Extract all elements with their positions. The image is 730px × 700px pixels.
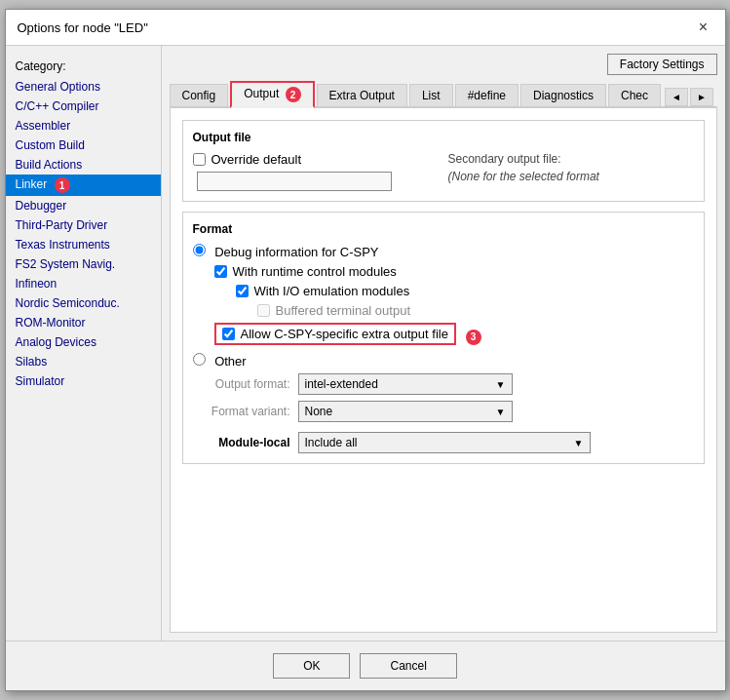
sidebar-item-infineon[interactable]: Infineon xyxy=(6,274,161,293)
extra-output-badge: 3 xyxy=(466,330,481,345)
sidebar-item-simulator[interactable]: Simulator xyxy=(6,371,161,391)
output-format-value: intel-extended xyxy=(305,377,378,391)
buffered-row: Buffered terminal output xyxy=(257,303,694,318)
other-radio-label: Other xyxy=(214,354,247,369)
module-local-dropdown[interactable]: Include all ▼ xyxy=(298,432,591,453)
dialog: Options for node "LED" × Category: Gener… xyxy=(5,9,726,691)
format-variant-value: None xyxy=(305,405,333,418)
tab-chec[interactable]: Chec xyxy=(608,84,661,106)
filename-input[interactable]: LED.d51 xyxy=(197,172,392,191)
sidebar-item-custom-build[interactable]: Custom Build xyxy=(6,136,161,155)
debug-radio[interactable] xyxy=(193,244,206,256)
sidebar-item-third-party[interactable]: Third-Party Driver xyxy=(6,215,161,235)
extra-output-checkbox[interactable] xyxy=(222,328,235,340)
runtime-checkbox[interactable] xyxy=(214,265,227,278)
tabs: Config Output 2 Extra Output List #defin… xyxy=(170,81,717,108)
format-variant-label: Format variant: xyxy=(193,405,290,418)
module-local-arrow: ▼ xyxy=(574,438,584,448)
output-format-row: Output format: intel-extended ▼ xyxy=(193,373,694,395)
dialog-body: Category: General Options C/C++ Compiler… xyxy=(6,46,725,641)
dialog-title: Options for node "LED" xyxy=(18,20,148,35)
override-label: Override default xyxy=(211,152,302,167)
io-row: With I/O emulation modules xyxy=(236,284,694,298)
override-checkbox[interactable] xyxy=(193,153,206,166)
sidebar: Category: General Options C/C++ Compiler… xyxy=(6,46,162,641)
io-checkbox[interactable] xyxy=(236,285,249,297)
tab-next-button[interactable]: ► xyxy=(690,88,713,106)
debug-radio-label: Debug information for C-SPY xyxy=(214,245,378,259)
sidebar-item-rom-monitor[interactable]: ROM-Monitor xyxy=(6,313,161,332)
extra-output-label: Allow C-SPY-specific extra output file xyxy=(241,327,448,341)
format-title: Format xyxy=(193,222,694,236)
output-tab-badge: 2 xyxy=(286,87,301,102)
format-variant-arrow: ▼ xyxy=(496,407,506,417)
module-local-label: Module-local xyxy=(193,436,290,449)
tab-list[interactable]: List xyxy=(409,84,453,106)
format-variant-dropdown[interactable]: None ▼ xyxy=(298,401,513,422)
other-radio[interactable] xyxy=(193,353,206,366)
extra-output-highlight: Allow C-SPY-specific extra output file xyxy=(214,323,456,345)
sidebar-item-assembler[interactable]: Assembler xyxy=(6,116,161,136)
output-file-title: Output file xyxy=(193,131,694,144)
tab-prev-button[interactable]: ◄ xyxy=(665,88,688,106)
sidebar-item-silabs[interactable]: Silabs xyxy=(6,352,161,371)
secondary-title: Secondary output file: xyxy=(448,152,694,166)
sidebar-item-texas[interactable]: Texas Instruments xyxy=(6,235,161,254)
format-section: Format Debug information for C-SPY With … xyxy=(182,212,705,464)
extra-output-container: Allow C-SPY-specific extra output file 3 xyxy=(214,323,694,345)
other-radio-row: Other xyxy=(193,353,694,369)
tab-config[interactable]: Config xyxy=(170,84,229,106)
sidebar-item-fs2[interactable]: FS2 System Navig. xyxy=(6,254,161,274)
buffered-label: Buffered terminal output xyxy=(276,303,411,318)
format-variant-row: Format variant: None ▼ xyxy=(193,401,694,422)
sidebar-item-debugger[interactable]: Debugger xyxy=(6,196,161,215)
io-label: With I/O emulation modules xyxy=(254,284,410,298)
close-button[interactable]: × xyxy=(694,18,713,37)
title-bar: Options for node "LED" × xyxy=(6,10,725,46)
output-file-left: Override default LED.d51 xyxy=(193,152,439,191)
secondary-value: (None for the selected format xyxy=(448,170,694,183)
debug-radio-row: Debug information for C-SPY xyxy=(193,244,694,259)
output-format-label: Output format: xyxy=(193,377,290,391)
tab-output[interactable]: Output 2 xyxy=(230,81,314,108)
factory-settings-button[interactable]: Factory Settings xyxy=(607,54,717,75)
sidebar-item-linker[interactable]: Linker 1 xyxy=(6,175,161,196)
output-format-arrow: ▼ xyxy=(496,379,506,390)
sidebar-item-cpp-compiler[interactable]: C/C++ Compiler xyxy=(6,97,161,116)
output-file-right: Secondary output file: (None for the sel… xyxy=(439,152,694,191)
factory-settings-row: Factory Settings xyxy=(170,54,717,75)
sidebar-item-nordic[interactable]: Nordic Semiconduc. xyxy=(6,293,161,313)
footer: OK Cancel xyxy=(6,641,725,690)
buffered-checkbox[interactable] xyxy=(257,304,270,317)
output-format-dropdown[interactable]: intel-extended ▼ xyxy=(298,373,513,395)
override-row: Override default xyxy=(193,152,439,167)
tab-extra-output[interactable]: Extra Output xyxy=(317,84,407,106)
ok-button[interactable]: OK xyxy=(273,653,350,679)
output-file-section: Output file Override default LED.d51 xyxy=(182,120,705,202)
linker-badge: 1 xyxy=(55,177,70,193)
runtime-row: With runtime control modules xyxy=(214,264,694,279)
sidebar-item-general-options[interactable]: General Options xyxy=(6,77,161,97)
module-local-value: Include all xyxy=(305,436,358,449)
main-panel: Factory Settings Config Output 2 Extra O… xyxy=(162,46,725,641)
category-label: Category: xyxy=(6,56,161,77)
tab-content: Output file Override default LED.d51 xyxy=(170,108,717,633)
sidebar-item-analog[interactable]: Analog Devices xyxy=(6,332,161,352)
runtime-label: With runtime control modules xyxy=(233,264,397,279)
sidebar-item-build-actions[interactable]: Build Actions xyxy=(6,155,161,175)
cancel-button[interactable]: Cancel xyxy=(360,653,456,679)
tab-diagnostics[interactable]: Diagnostics xyxy=(520,84,606,106)
module-local-row: Module-local Include all ▼ xyxy=(193,432,694,453)
tab-define[interactable]: #define xyxy=(455,84,519,106)
